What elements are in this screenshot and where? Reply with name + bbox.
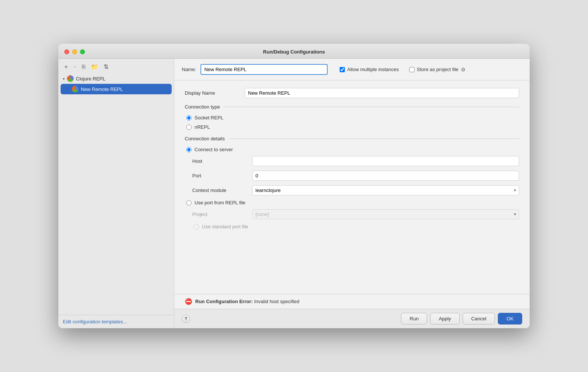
project-select[interactable]: [none] [252,209,519,219]
add-config-button[interactable]: + [63,63,69,71]
form-body: Display Name Connection type Socket REPL… [174,80,530,294]
socket-repl-label: Socket REPL [195,115,223,121]
store-as-project-file-area: Store as project file ⚙ [409,67,465,73]
use-standard-port-label: Use standard port file [202,224,248,229]
help-button[interactable]: ? [182,315,190,323]
traffic-lights [64,49,85,54]
display-name-label: Display Name [185,90,245,96]
error-prefix: Run Configuration Error: [195,299,253,304]
titlebar: Run/Debug Configurations [58,44,530,59]
clojure-icon [67,75,74,82]
main-content: + − ⎘ 📁 ⇅ ▾ Clojure REPL New Remote REPL… [58,59,530,328]
use-standard-port-radio-row: Use standard port file [192,224,519,229]
connect-to-server-radio[interactable] [186,147,192,152]
port-label: Port [192,173,252,179]
host-row: Host [192,156,519,166]
error-message: Invalid host specified [254,299,299,304]
chevron-down-icon: ▾ [63,77,65,81]
nrepl-radio[interactable] [186,125,192,130]
allow-multiple-instances-checkbox[interactable] [340,67,345,72]
form-area: Name: Allow multiple instances Store as … [174,59,530,328]
context-module-select-wrapper: learnclojure ▾ [252,185,519,195]
dialog-window: Run/Debug Configurations + − ⎘ 📁 ⇅ ▾ Clo… [58,44,530,328]
footer-buttons: Run Apply Cancel OK [401,313,522,324]
tree-item-new-remote-repl[interactable]: New Remote REPL [61,84,172,94]
context-module-label: Context module [192,187,252,193]
nrepl-label: nREPL [195,124,210,130]
project-row: Project [none] ▾ [192,209,519,219]
port-input[interactable] [252,171,519,181]
context-module-row: Context module learnclojure ▾ [192,185,519,195]
host-label: Host [192,158,252,164]
minimize-button[interactable] [72,49,77,54]
name-input[interactable] [200,64,328,75]
name-label: Name: [182,67,196,72]
new-folder-button[interactable]: 📁 [89,63,100,71]
sidebar-toolbar: + − ⎘ 📁 ⇅ [58,62,174,74]
sidebar: + − ⎘ 📁 ⇅ ▾ Clojure REPL New Remote REPL… [58,59,174,328]
gear-icon[interactable]: ⚙ [461,67,466,73]
server-fields: Host Port Context module learnclojure [185,156,519,195]
allow-multiple-instances-label: Allow multiple instances [347,67,399,72]
use-port-from-repl-radio[interactable] [186,200,192,205]
display-name-input[interactable] [245,88,519,98]
dialog-title: Run/Debug Configurations [263,49,325,55]
form-header: Name: Allow multiple instances Store as … [174,59,530,80]
connection-type-section: Connection type [185,104,519,110]
ok-button[interactable]: OK [498,313,522,324]
sidebar-bottom: Edit configuration templates... [58,315,174,328]
maximize-button[interactable] [80,49,85,54]
socket-repl-radio-row: Socket REPL [185,115,519,121]
error-text: Run Configuration Error: Invalid host sp… [195,299,299,304]
tree-item-label: New Remote REPL [81,86,123,92]
error-icon: ⛔ [185,298,192,305]
connection-type-label: Connection type [185,104,220,110]
use-port-from-repl-label: Use port from REPL file [195,200,245,205]
section-line [224,107,519,107]
error-bar: ⛔ Run Configuration Error: Invalid host … [174,294,530,309]
use-port-from-repl-radio-row: Use port from REPL file [185,200,519,205]
apply-button[interactable]: Apply [430,313,460,324]
repl-file-fields: Project [none] ▾ Use standard port file [185,209,519,229]
store-as-project-file-label: Store as project file [417,67,458,72]
use-standard-port-radio[interactable] [194,224,199,229]
footer: ? Run Apply Cancel OK [174,309,530,328]
sort-button[interactable]: ⇅ [102,63,110,71]
socket-repl-radio[interactable] [186,115,192,121]
repl-icon [72,86,79,92]
project-select-wrapper: [none] ▾ [252,209,519,219]
run-button[interactable]: Run [401,313,427,324]
tree-group-clojure-repl[interactable]: ▾ Clojure REPL [58,74,174,83]
edit-templates-link[interactable]: Edit configuration templates... [63,319,127,324]
store-as-project-file-checkbox[interactable] [409,67,414,72]
port-row: Port [192,171,519,181]
close-button[interactable] [64,49,69,54]
section-line-2 [229,138,519,139]
project-label: Project [192,211,252,217]
tree-group-label: Clojure REPL [76,76,105,82]
context-module-select[interactable]: learnclojure [252,185,519,195]
remove-config-button[interactable]: − [71,63,78,71]
sidebar-tree: ▾ Clojure REPL New Remote REPL [58,74,174,315]
connection-details-section: Connection details [185,136,519,141]
nrepl-radio-row: nREPL [185,124,519,130]
display-name-row: Display Name [185,88,519,98]
connect-to-server-label: Connect to server [195,147,233,152]
cancel-button[interactable]: Cancel [463,313,495,324]
host-input[interactable] [252,156,519,166]
copy-config-button[interactable]: ⎘ [80,63,87,71]
connection-details-label: Connection details [185,136,225,141]
allow-multiple-instances-area: Allow multiple instances [340,67,399,72]
connect-to-server-radio-row: Connect to server [185,147,519,152]
